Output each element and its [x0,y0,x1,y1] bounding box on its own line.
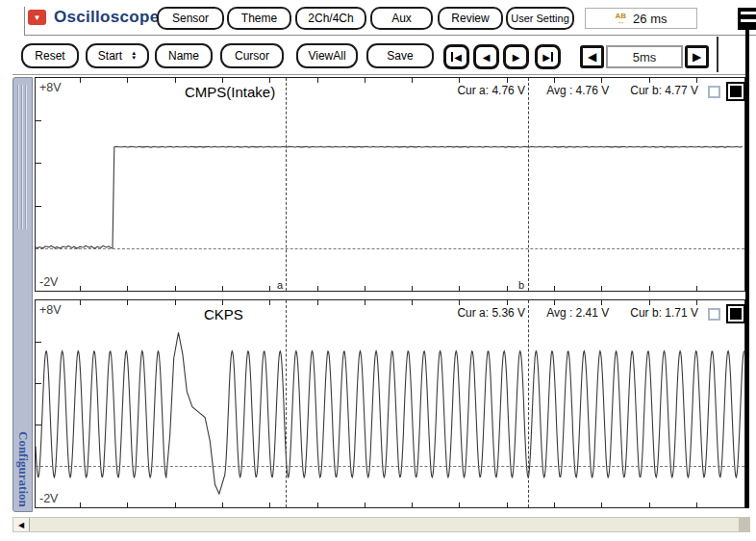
tick-mark [175,286,176,291]
tick-mark [459,286,460,291]
channel-color-button[interactable] [726,82,745,101]
theme-button[interactable]: Theme [227,7,291,30]
channel-1-plot[interactable]: +8V -2V CMPS(Intake) Cur a: 4.76 V Avg :… [35,77,745,292]
average-value: Avg : 4.76 V [546,84,609,97]
review-button[interactable]: Review [438,7,503,30]
channel-readouts: Cur a: 4.76 V Avg : 4.76 V Cur b: 4.77 V [457,84,698,97]
tick-mark [222,300,223,305]
viewall-button[interactable]: ViewAll [296,43,358,68]
channel-title: CKPS [204,306,243,322]
timebase-value: 5ms [606,45,683,68]
triangle-right-icon: ▶ [542,52,550,63]
timebase-decrease-button[interactable]: ◀ [580,45,604,68]
channel-color-button[interactable] [726,304,745,323]
cursor-a-line[interactable] [286,78,287,291]
tick-mark [696,286,697,291]
cursor-a-value: Cur a: 5.36 V [457,306,525,320]
sidebar-tab-label: Configuration [15,431,31,507]
user-setting-button[interactable]: User Setting [506,7,574,30]
cursor-a-tag: a [277,279,283,291]
tick-mark [317,502,318,507]
triangle-right-icon: ▶ [513,52,520,63]
triangle-left-icon: ◀ [454,52,462,63]
ab-cursor-icon: AB↔ [616,13,627,25]
tick-mark [365,300,365,305]
tick-mark [696,78,697,83]
tick-mark [175,78,176,83]
tick-mark [127,286,128,291]
tick-mark [601,286,602,291]
tick-mark [696,300,697,305]
bar-icon [451,52,453,62]
channel-2-plot[interactable]: +8V -2V CKPS Cur a: 5.36 V Avg : 2.41 V … [35,299,745,508]
oscilloscope-screen: ▼ Oscilloscope Sensor Theme 2Ch/4Ch Aux … [0,0,756,541]
tick-mark [696,502,697,507]
horizontal-scrollbar[interactable]: ◀ [13,517,750,532]
channel-title: CMPS(Intake) [185,84,275,100]
tick-mark [80,502,81,507]
aux-button[interactable]: Aux [370,7,433,30]
tick-mark [601,300,602,305]
tick-mark [222,78,223,83]
tick-mark [80,286,81,291]
tick-mark [269,300,270,305]
tick-mark [222,502,223,507]
name-button[interactable]: Name [155,43,213,68]
tick-mark [459,78,460,83]
tick-mark [649,78,650,83]
tick-mark [365,286,365,291]
tick-mark [554,502,555,507]
spinner-icon[interactable]: ▲▼ [131,51,137,61]
start-button[interactable]: Start ▲▼ [86,43,149,68]
channel-checkbox[interactable] [708,86,720,98]
page-title: Oscilloscope [54,8,159,27]
reset-button[interactable]: Reset [21,43,79,68]
cursor-a-line[interactable] [286,300,287,507]
list-icon[interactable] [738,8,756,30]
app-menu-icon[interactable]: ▼ [28,10,46,25]
channel-mode-button[interactable]: 2Ch/4Ch [295,7,366,30]
tick-mark [36,206,41,207]
save-button[interactable]: Save [366,43,434,68]
step-forward-button[interactable]: ▶ [503,44,529,69]
tick-mark [507,286,508,291]
cursor-time-display: AB↔ 26 ms [585,8,697,29]
tick-mark [365,78,365,83]
tick-mark [649,300,650,305]
skip-to-start-button[interactable]: ◀ [443,44,469,69]
sidebar-tab-configuration[interactable]: Configuration [13,77,33,512]
cursor-b-line[interactable] [528,300,529,507]
scroll-right-cap[interactable] [739,518,749,531]
tick-mark [507,300,508,305]
tick-mark [36,163,41,164]
tick-mark [459,300,460,305]
tick-mark [412,502,413,507]
max-volt-label: +8V [39,303,62,317]
triangle-left-icon: ◀ [18,521,24,529]
bar-icon [551,52,553,62]
tick-mark [80,78,81,83]
step-back-button[interactable]: ◀ [473,44,499,69]
channel-checkbox[interactable] [708,308,720,321]
tick-mark [36,342,41,343]
scroll-left-button[interactable]: ◀ [13,518,30,531]
tick-mark [412,78,413,83]
tick-mark [507,502,508,507]
cursor-b-line[interactable] [528,78,529,291]
tick-mark [649,502,650,507]
tick-mark [175,300,176,305]
skip-to-end-button[interactable]: ▶ [535,44,561,69]
timebase-increase-button[interactable]: ▶ [685,45,709,68]
tick-mark [127,300,128,305]
divider [24,35,756,36]
tick-mark [36,383,41,384]
min-volt-label: -2V [39,492,58,505]
cursor-delta-time: 26 ms [633,12,667,26]
tick-mark [507,78,508,83]
divider [13,74,749,75]
cursor-b-value: Cur b: 1.71 V [630,306,698,320]
tick-mark [36,425,41,425]
zero-volt-line [36,248,744,249]
cursor-button[interactable]: Cursor [220,43,284,68]
sensor-button[interactable]: Sensor [157,7,224,30]
